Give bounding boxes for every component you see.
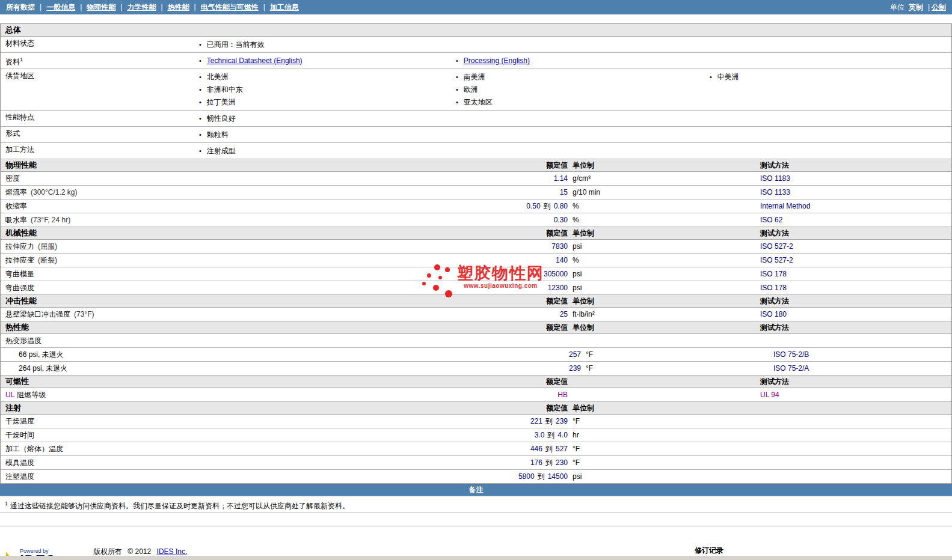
value-number: 446	[530, 445, 542, 453]
property-value: 15	[195, 187, 568, 198]
bullet-text: 中美洲	[717, 73, 739, 81]
bullet-item: 韧性良好	[199, 112, 452, 125]
property-label: 热变形温度	[1, 336, 195, 346]
unit-text: g/cm³	[573, 174, 591, 183]
test-method-text: ISO 527-2	[760, 242, 793, 251]
row-label: 性能特点	[1, 112, 195, 123]
row-label: 供货地区	[1, 71, 195, 81]
column-header-unit-text: 单位制	[573, 161, 594, 169]
property-unit: psi	[568, 283, 760, 293]
property-row: 收缩率0.50到0.80%Internal Method	[1, 199, 951, 213]
unit-english-current[interactable]: 英制	[909, 2, 923, 13]
column-header-unit: 单位制	[568, 160, 760, 171]
property-label: 熔流率(300°C/1.2 kg)	[1, 187, 195, 198]
property-unit: psi	[568, 269, 760, 279]
section-title-cell: 可燃性	[1, 376, 195, 387]
column-header-value-text: 额定值	[546, 377, 568, 386]
row-label: 材料状态	[1, 38, 195, 49]
ides-inc-link[interactable]: IDES Inc.	[157, 547, 188, 556]
bullet-text: 颗粒料	[207, 130, 229, 139]
row-label-text: 性能特点	[5, 113, 34, 121]
value-number: 3.0	[535, 431, 545, 439]
property-condition: (73°F)	[74, 310, 94, 318]
property-row: 注塑温度5800到14500psi	[1, 470, 951, 484]
nav-item-1[interactable]: 一般信息	[46, 2, 75, 13]
value-number: 221	[530, 417, 542, 425]
property-row: 模具温度176到230°F	[1, 456, 951, 470]
property-test-method: ISO 527-2	[760, 255, 951, 266]
property-condition: (300°C/1.2 kg)	[31, 188, 78, 196]
property-test-method: ISO 75-2/A	[773, 364, 951, 374]
value-number: 0.30	[554, 216, 568, 224]
property-value: 0.50到0.80	[195, 201, 568, 212]
copyright-label: 版权所有	[93, 547, 122, 556]
column-header-value: 额定值	[195, 323, 568, 333]
document-link[interactable]: Processing (English)	[464, 56, 530, 65]
table-row: 材料状态已商用：当前有效	[1, 37, 951, 53]
section-header: 物理性能额定值单位制测试方法	[1, 159, 951, 172]
bullet-text: 已商用：当前有效	[207, 40, 265, 49]
property-label-text: 干燥时间	[5, 431, 34, 439]
watermark: 塑胶物性网 www.sujiaowuxing.com	[422, 264, 544, 302]
property-value: 257	[208, 350, 581, 360]
bullet-item: 已商用：当前有效	[199, 38, 452, 51]
section-title: 总体	[5, 25, 21, 34]
property-label: 收缩率	[1, 201, 195, 212]
property-unit: %	[568, 201, 760, 212]
test-method-text: ISO 62	[760, 216, 782, 224]
property-label-text: 阻燃等级	[17, 391, 46, 399]
nav-item-2[interactable]: 物理性能	[87, 2, 115, 13]
property-row: 悬壁梁缺口冲击强度(73°F)25ft·lb/in²ISO 180	[1, 308, 951, 321]
bullet-column: 颗粒料	[195, 129, 452, 141]
property-label-text: 加工（熔体）温度	[5, 445, 63, 453]
value-number: 1.14	[554, 174, 568, 183]
watermark-textblock: 塑胶物性网 www.sujiaowuxing.com	[457, 264, 544, 289]
column-header-value-text: 额定值	[546, 297, 568, 305]
test-method-text: ISO 1183	[760, 174, 790, 183]
watermark-url: www.sujiaowuxing.com	[457, 282, 544, 289]
property-label-text: 弯曲强度	[5, 284, 34, 292]
document-link[interactable]: Technical Datasheet (English)	[207, 56, 302, 65]
row-label-text: 加工方法	[5, 145, 34, 154]
bullet-text: 拉丁美洲	[207, 98, 236, 106]
bullet-item: 欧洲	[456, 84, 705, 96]
column-header-test: 测试方法	[760, 160, 951, 171]
property-label-text: 密度	[5, 174, 20, 183]
footnote-row: 1通过这些链接您能够访问供应商资料。我们尽量保证及时更新资料；不过您可以从供应商…	[0, 496, 952, 513]
nav-item-4[interactable]: 热性能	[168, 2, 189, 13]
unit-text: ft·lb/in²	[573, 310, 595, 318]
column-header-unit-text: 单位制	[573, 404, 594, 412]
property-label-text: 注塑温度	[5, 472, 34, 481]
bullet-column: 已商用：当前有效	[195, 38, 452, 51]
notes-section-header: 备注	[0, 484, 952, 496]
property-label-prefix: UL	[5, 391, 14, 399]
property-row: 热变形温度	[1, 334, 951, 348]
bullet-column: Processing (English)	[452, 55, 705, 67]
property-value: 221到239	[195, 416, 568, 427]
column-header-unit: 单位制	[568, 403, 760, 413]
unit-text: °F	[573, 458, 580, 467]
units-label: 单位	[890, 2, 904, 13]
property-unit: %	[568, 215, 760, 225]
value-number: 239	[569, 364, 581, 373]
unit-text: %	[573, 202, 579, 210]
unit-metric-link[interactable]: 公制	[932, 2, 946, 13]
range-to-label: 到	[545, 445, 553, 453]
property-unit: g/cm³	[568, 174, 760, 184]
nav-item-5[interactable]: 电气性能与可燃性	[201, 2, 259, 13]
value-number-2: 4.0	[557, 431, 568, 439]
nav-item-3[interactable]: 力学性能	[127, 2, 156, 13]
property-label-text: 熔流率	[5, 188, 27, 196]
column-header-unit-text: 单位制	[573, 297, 594, 305]
nav-item-6[interactable]: 加工信息	[270, 2, 299, 13]
column-header-unit: 单位制	[568, 323, 760, 333]
property-value: 176到230	[195, 458, 568, 468]
range-to-label: 到	[545, 417, 553, 425]
property-condition: (73°F, 24 hr)	[31, 216, 70, 224]
property-test-method: ISO 527-2	[760, 242, 951, 252]
nav-items: 所有数据|一般信息|物理性能|力学性能|热性能|电气性能与可燃性|加工信息	[6, 2, 299, 13]
column-header-test-text: 测试方法	[760, 377, 789, 386]
bullet-text: 南美洲	[464, 73, 485, 81]
nav-item-0[interactable]: 所有数据	[6, 2, 35, 13]
unit-text: °F	[586, 350, 593, 359]
